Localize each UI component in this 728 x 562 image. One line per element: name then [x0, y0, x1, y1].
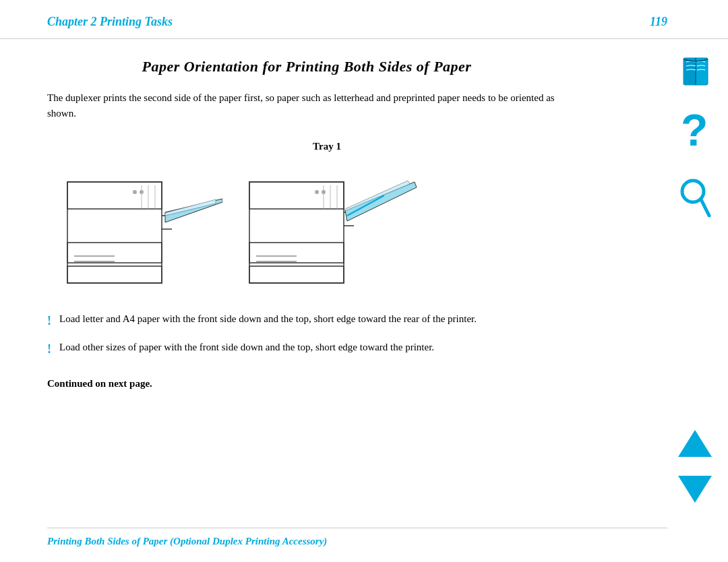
diagrams-area: [61, 162, 566, 290]
svg-rect-17: [249, 243, 344, 263]
svg-marker-38: [678, 476, 712, 503]
svg-point-13: [133, 190, 137, 194]
main-content: Paper Orientation for Printing Both Side…: [0, 39, 627, 403]
svg-rect-18: [249, 266, 344, 283]
bullet-icon-1: !: [47, 312, 51, 331]
svg-rect-2: [67, 243, 162, 263]
search-icon[interactable]: [678, 178, 713, 222]
diagram-1: [61, 162, 222, 290]
header: Chapter 2 Printing Tasks 119: [0, 0, 728, 39]
svg-rect-0: [67, 182, 162, 283]
svg-rect-15: [249, 182, 344, 283]
svg-rect-1: [67, 182, 162, 209]
page-title: Paper Orientation for Printing Both Side…: [47, 58, 566, 75]
bullet-icon-2: !: [47, 340, 51, 359]
prev-page-button[interactable]: [677, 427, 713, 462]
svg-rect-3: [67, 266, 162, 283]
help-icon[interactable]: ?: [678, 111, 713, 159]
svg-rect-32: [684, 58, 696, 85]
continued-text: Continued on next page.: [47, 378, 566, 389]
bullet-text-1: Load letter and A4 paper with the front …: [59, 311, 477, 327]
header-page-number: 119: [650, 15, 667, 29]
svg-text:?: ?: [681, 111, 708, 155]
footer-text: Printing Both Sides of Paper (Optional D…: [47, 536, 327, 547]
footer: Printing Both Sides of Paper (Optional D…: [47, 528, 667, 547]
svg-line-36: [701, 199, 709, 216]
diagram-2: [243, 162, 418, 290]
svg-point-30: [322, 190, 326, 194]
svg-rect-16: [249, 182, 344, 209]
sidebar-icons: ?: [678, 54, 713, 222]
intro-text: The duplexer prints the second side of t…: [47, 90, 566, 122]
next-page-button[interactable]: [677, 473, 713, 508]
bullet-text-2: Load other sizes of paper with the front…: [59, 340, 434, 355]
bullet-item-1: ! Load letter and A4 paper with the fron…: [47, 311, 566, 331]
svg-marker-37: [678, 430, 712, 457]
svg-marker-21: [345, 182, 417, 221]
svg-point-14: [140, 190, 144, 194]
page-container: Chapter 2 Printing Tasks 119 Paper Orien…: [0, 0, 728, 562]
svg-point-29: [315, 190, 319, 194]
bullet-item-2: ! Load other sizes of paper with the fro…: [47, 340, 566, 359]
header-chapter: Chapter 2 Printing Tasks: [47, 15, 173, 29]
tray-label: Tray 1: [88, 141, 566, 152]
nav-arrows: [677, 427, 713, 508]
book-icon[interactable]: [678, 54, 713, 92]
bullet-list: ! Load letter and A4 paper with the fron…: [47, 311, 566, 360]
